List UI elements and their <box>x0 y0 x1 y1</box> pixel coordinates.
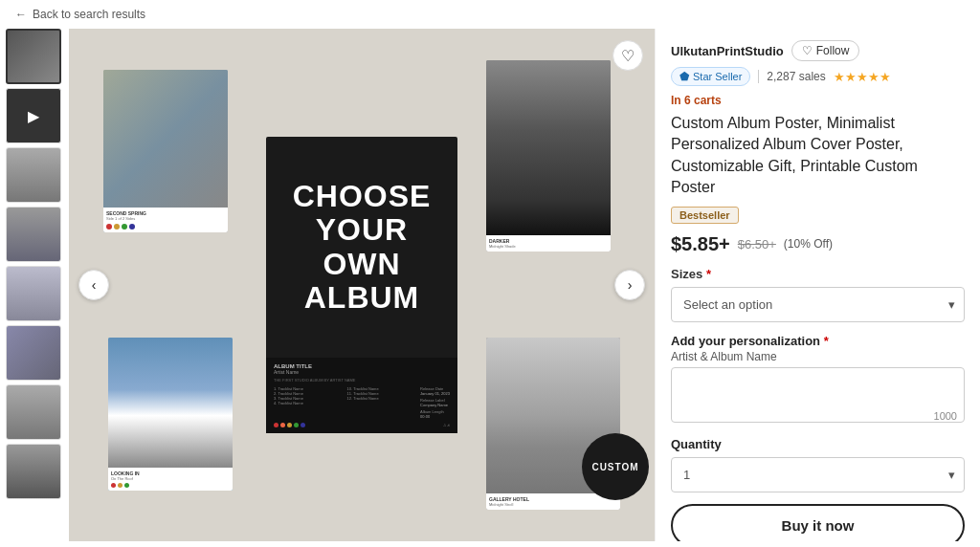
star-seller-label: Star Seller <box>693 71 742 82</box>
sizes-required-star: * <box>706 267 711 281</box>
follow-label: Follow <box>816 44 850 57</box>
thumbnail-4[interactable] <box>6 207 61 262</box>
product-image: SECOND SPRING Side 1 of 2 Sides <box>84 41 639 529</box>
meta-divider <box>758 70 759 83</box>
prev-image-button[interactable]: ‹ <box>78 270 109 300</box>
poster-tr: DARKER Midnight Shade <box>486 60 611 252</box>
sales-count: 2,287 sales <box>767 70 825 83</box>
back-link[interactable]: ← Back to search results <box>15 8 145 21</box>
personalization-required-star: * <box>824 334 829 348</box>
thumbnail-2[interactable] <box>6 88 61 143</box>
personalization-sublabel: Artist & Album Name <box>671 350 965 363</box>
right-panel: UlkutanPrintStudio ♡ Follow ⬟ Star Selle… <box>655 29 980 541</box>
price-original: $6.50+ <box>738 237 776 252</box>
top-nav: ← Back to search results <box>0 0 980 29</box>
product-title: Custom Album Poster, Minimalist Personal… <box>671 113 965 199</box>
in-carts-label: In 6 carts <box>671 94 965 107</box>
thumbnail-7[interactable] <box>6 384 61 440</box>
poster-center: CHOOSE YOUR OWN ALBUM ALBUM TITLE Artist… <box>266 137 457 433</box>
poster-center-text: CHOOSE YOUR OWN ALBUM <box>293 180 432 315</box>
poster-bl: LOOKING IN On The Roof <box>108 338 233 491</box>
thumbnail-6[interactable] <box>6 325 61 381</box>
favorite-button[interactable]: ♡ <box>612 40 643 71</box>
star-rating: ★★★★★ <box>834 70 891 84</box>
main-layout: ‹ › ♡ SECOND SPRING Side 1 of 2 Sides <box>0 29 980 541</box>
main-image-area: ‹ › ♡ SECOND SPRING Side 1 of 2 Sides <box>69 29 655 541</box>
buy-now-button[interactable]: Buy it now <box>671 504 965 541</box>
back-label: Back to search results <box>33 8 145 21</box>
quantity-select-wrapper: 1 ▾ <box>671 457 965 492</box>
next-image-button[interactable]: › <box>614 270 645 300</box>
star-seller-badge[interactable]: ⬟ Star Seller <box>671 67 750 86</box>
personalization-input-wrapper: 1000 <box>671 367 965 426</box>
arrow-left-icon: ← <box>15 8 27 21</box>
seller-row: UlkutanPrintStudio ♡ Follow <box>671 40 965 61</box>
thumbnail-8[interactable] <box>6 444 61 499</box>
quantity-label: Quantity <box>671 437 965 451</box>
quantity-select[interactable]: 1 <box>671 457 965 492</box>
thumbnail-5[interactable] <box>6 266 61 321</box>
thumbnail-sidebar <box>0 29 69 541</box>
seller-name[interactable]: UlkutanPrintStudio <box>671 44 784 58</box>
heart-icon: ♡ <box>802 44 813 57</box>
char-count: 1000 <box>934 410 957 422</box>
thumbnail-3[interactable] <box>6 147 61 203</box>
price-discount: (10% Off) <box>784 237 833 251</box>
custom-badge: CUSTOM <box>582 433 649 500</box>
personalization-input[interactable] <box>671 367 965 423</box>
seller-meta: ⬟ Star Seller 2,287 sales ★★★★★ <box>671 67 965 86</box>
sizes-select-wrapper: Select an option ▾ <box>671 287 965 322</box>
price-current: $5.85+ <box>671 233 730 255</box>
bestseller-badge: Bestseller <box>671 207 739 224</box>
sizes-label: Sizes * <box>671 267 965 281</box>
sizes-select[interactable]: Select an option <box>671 287 965 322</box>
follow-button[interactable]: ♡ Follow <box>791 40 860 61</box>
poster-tl: SECOND SPRING Side 1 of 2 Sides <box>103 70 228 232</box>
personalization-label: Add your personalization * <box>671 334 965 348</box>
star-seller-icon: ⬟ <box>679 70 689 83</box>
price-row: $5.85+ $6.50+ (10% Off) <box>671 233 965 255</box>
thumbnail-1[interactable] <box>6 29 61 84</box>
